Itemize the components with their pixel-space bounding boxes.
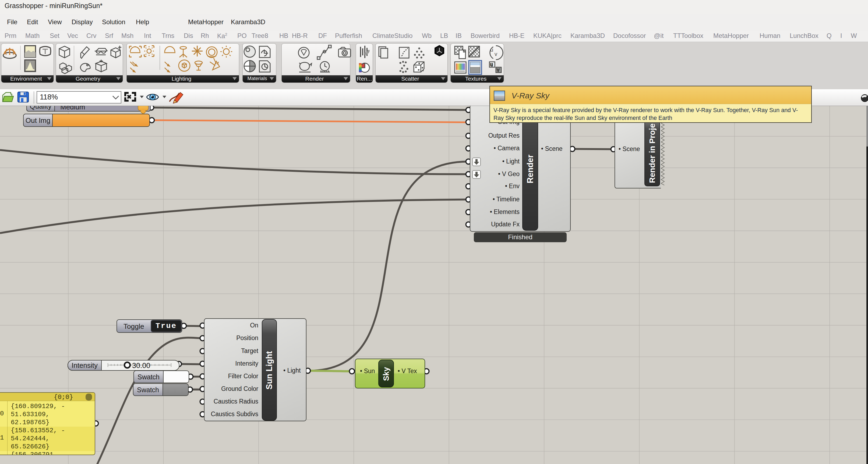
svg-text:v: v [495, 51, 497, 57]
svg-text:u: u [490, 47, 493, 53]
svg-text:u: u [490, 62, 493, 67]
svg-text:v: v [497, 67, 499, 73]
